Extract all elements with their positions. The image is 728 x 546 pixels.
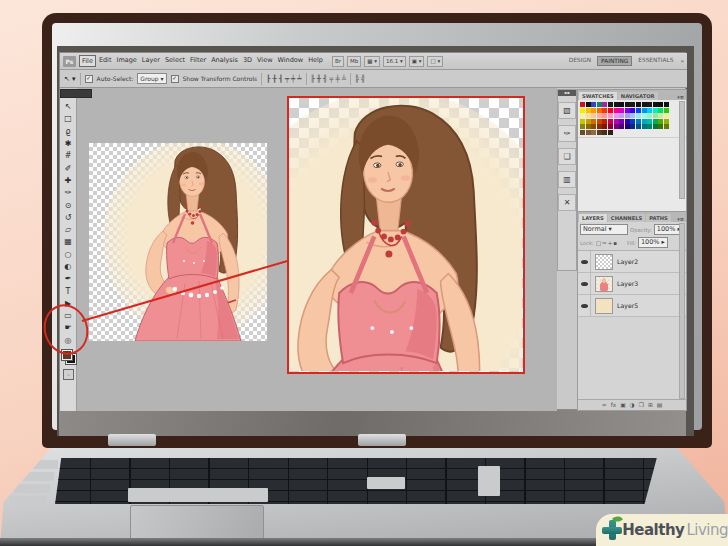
menu-item[interactable]: Window xyxy=(276,55,306,67)
color-swatch[interactable] xyxy=(591,119,596,124)
menu-item[interactable]: Select xyxy=(163,55,187,67)
color-swatch[interactable] xyxy=(653,108,658,113)
color-swatch[interactable] xyxy=(642,108,647,113)
option-icon[interactable]: ╠ xyxy=(355,75,359,83)
align-icon[interactable]: ┠ xyxy=(266,75,270,83)
color-swatch[interactable] xyxy=(653,119,658,124)
color-swatch[interactable] xyxy=(642,113,647,118)
color-swatch[interactable] xyxy=(580,113,585,118)
layer-thumbnail[interactable] xyxy=(595,254,613,270)
color-swatch[interactable] xyxy=(602,113,607,118)
color-swatch[interactable] xyxy=(586,102,591,107)
color-swatch[interactable] xyxy=(658,113,663,118)
auto-select-dropdown[interactable]: Group ▾ xyxy=(137,73,166,84)
eyedropper-tool-icon[interactable]: ✐ xyxy=(62,162,75,174)
app-bar-button[interactable]: ▦ ▾ xyxy=(364,56,380,67)
color-swatch[interactable] xyxy=(658,124,663,129)
auto-select-checkbox[interactable]: ✓ xyxy=(85,75,93,83)
color-swatch[interactable] xyxy=(630,108,635,113)
workspace-button[interactable]: ESSENTIALS xyxy=(635,56,676,66)
app-bar-button[interactable]: 16.1 ▾ xyxy=(383,56,406,67)
color-swatch[interactable] xyxy=(630,124,635,129)
color-swatch[interactable] xyxy=(653,102,658,107)
type-tool-icon[interactable]: T xyxy=(62,285,75,297)
menu-item[interactable]: Analysis xyxy=(209,55,240,67)
menu-item[interactable]: Edit xyxy=(97,55,114,67)
color-swatch[interactable] xyxy=(608,102,613,107)
menu-item[interactable]: Filter xyxy=(188,55,208,67)
color-swatch[interactable] xyxy=(664,124,669,129)
eraser-tool-icon[interactable]: ▱ xyxy=(62,224,75,236)
color-swatch[interactable] xyxy=(602,102,607,107)
color-swatch[interactable] xyxy=(619,119,624,124)
app-bar-button[interactable]: Br xyxy=(332,56,344,67)
menu-item[interactable]: Image xyxy=(114,55,138,67)
color-swatch[interactable] xyxy=(619,102,624,107)
lock-icon[interactable]: ✑ xyxy=(602,240,607,246)
distribute-icon[interactable]: ╧ xyxy=(342,75,346,83)
color-swatch[interactable] xyxy=(658,119,663,124)
tab-channels[interactable]: CHANNELS xyxy=(608,214,645,222)
lasso-tool-icon[interactable]: ϱ xyxy=(62,126,75,138)
app-bar-button[interactable]: Mb xyxy=(347,56,361,67)
color-swatch[interactable] xyxy=(586,108,591,113)
move-tool-icon[interactable]: ↖ xyxy=(62,101,75,113)
layer-row[interactable]: Layer5 xyxy=(578,295,686,317)
dodge-tool-icon[interactable]: ◐ xyxy=(62,261,75,273)
layers-footer-icon[interactable]: ◑ xyxy=(630,402,635,408)
layers-footer-icon[interactable]: ▣ xyxy=(620,402,625,408)
color-swatch[interactable] xyxy=(597,119,602,124)
distribute-icon[interactable]: ╟ xyxy=(311,75,315,83)
distribute-icon[interactable]: ╢ xyxy=(323,75,327,83)
color-swatch[interactable] xyxy=(580,130,585,135)
color-swatch[interactable] xyxy=(614,124,619,129)
pen-tool-icon[interactable]: ✒ xyxy=(62,273,75,285)
tab-layers[interactable]: LAYERS xyxy=(579,214,607,222)
color-swatch[interactable] xyxy=(647,119,652,124)
color-swatch[interactable] xyxy=(664,119,669,124)
color-swatch[interactable] xyxy=(608,124,613,129)
gradient-tool-icon[interactable]: ▦ xyxy=(62,236,75,248)
quick-selection-tool-icon[interactable]: ✱ xyxy=(62,138,75,150)
color-swatch[interactable] xyxy=(625,102,630,107)
color-swatch[interactable] xyxy=(580,108,585,113)
menu-item[interactable]: View xyxy=(255,55,274,67)
document-tab[interactable] xyxy=(60,89,92,98)
color-swatch[interactable] xyxy=(591,108,596,113)
color-swatch[interactable] xyxy=(614,113,619,118)
layer-name[interactable]: Layer3 xyxy=(617,280,638,287)
tab-navigator[interactable]: NAVIGATOR xyxy=(618,92,658,100)
color-swatch[interactable] xyxy=(608,130,613,135)
color-swatch[interactable] xyxy=(636,119,641,124)
menu-item[interactable]: 3D xyxy=(241,55,254,67)
color-swatch[interactable] xyxy=(580,102,585,107)
brush-tool-icon[interactable]: ✑ xyxy=(62,187,75,199)
menu-item[interactable]: Layer xyxy=(140,55,162,67)
marquee-tool-icon[interactable]: □ xyxy=(62,113,75,125)
color-swatch[interactable] xyxy=(586,130,591,135)
crop-tool-icon[interactable]: # xyxy=(62,150,75,162)
transform-controls-checkbox[interactable]: ✓ xyxy=(171,75,179,83)
layer-thumbnail[interactable] xyxy=(595,298,613,314)
move-tool-option-icon[interactable]: ↖ ▾ xyxy=(64,75,76,83)
color-swatch[interactable] xyxy=(602,119,607,124)
app-bar-button[interactable]: □ ▾ xyxy=(427,56,443,67)
color-swatch[interactable] xyxy=(625,119,630,124)
layer-visibility-toggle[interactable] xyxy=(578,273,591,294)
layer-row[interactable]: Layer3 xyxy=(578,273,686,295)
color-swatch[interactable] xyxy=(636,124,641,129)
menu-item[interactable]: Help xyxy=(306,55,325,67)
color-swatch[interactable] xyxy=(597,124,602,129)
layer-visibility-toggle[interactable] xyxy=(578,295,591,316)
color-swatch[interactable] xyxy=(591,113,596,118)
color-swatch[interactable] xyxy=(580,124,585,129)
lock-icon[interactable]: ▪ xyxy=(613,240,617,246)
align-icon[interactable]: ┯ xyxy=(285,75,289,83)
color-swatch[interactable] xyxy=(586,119,591,124)
layers-footer-icon[interactable]: fx xyxy=(611,402,616,408)
color-swatch[interactable] xyxy=(658,102,663,107)
color-swatch[interactable] xyxy=(642,102,647,107)
color-swatch[interactable] xyxy=(636,113,641,118)
workspace-button[interactable]: PAINTING xyxy=(597,56,632,66)
align-icon[interactable]: ┨ xyxy=(279,75,283,83)
